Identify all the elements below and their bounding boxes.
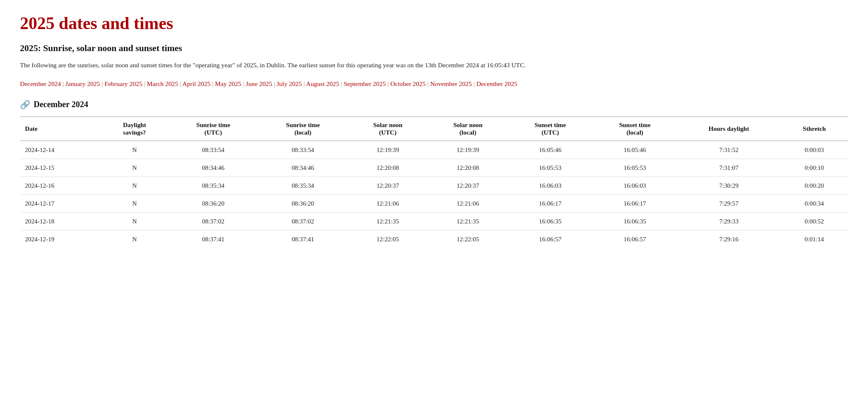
table-cell: 16:06:57 (508, 230, 593, 248)
table-cell: 08:37:02 (168, 212, 258, 230)
table-cell: 16:06:17 (593, 194, 677, 212)
table-cell: 7:29:57 (677, 194, 781, 212)
table-cell: 12:20:37 (348, 177, 428, 194)
page-title: 2025 dates and times (20, 13, 848, 33)
table-cell: 08:37:41 (258, 230, 348, 248)
table-cell: 16:05:53 (593, 159, 677, 177)
link-icon: 🔗 (20, 100, 30, 110)
table-header-cell: Solar noon (local) (428, 117, 508, 141)
table-row: 2024-12-18N08:37:0208:37:0212:21:3512:21… (20, 212, 848, 230)
table-header-cell: Sunset time (UTC) (508, 117, 593, 141)
month-navigation: December 2024 | January 2025 | February … (20, 78, 848, 90)
table-cell: 7:29:33 (677, 212, 781, 230)
table-cell: N (101, 230, 168, 248)
table-cell: 7:30:29 (677, 177, 781, 194)
table-cell: 0:00:52 (780, 212, 848, 230)
table-cell: 16:05:53 (508, 159, 593, 177)
table-header-cell: Sunrise time (local) (258, 117, 348, 141)
table-cell: 08:36:20 (258, 194, 348, 212)
table-cell: 08:34:46 (258, 159, 348, 177)
table-header-cell: Sunrise time (UTC) (168, 117, 258, 141)
table-cell: 08:33:54 (258, 141, 348, 159)
table-cell: 08:35:34 (168, 177, 258, 194)
table-cell: 08:36:20 (168, 194, 258, 212)
table-row: 2024-12-16N08:35:3408:35:3412:20:3712:20… (20, 177, 848, 194)
table-cell: 2024-12-14 (20, 141, 101, 159)
table-cell: 08:35:34 (258, 177, 348, 194)
table-cell: 7:31:52 (677, 141, 781, 159)
table-row: 2024-12-15N08:34:4608:34:4612:20:0812:20… (20, 159, 848, 177)
december-section-header: 🔗 December 2024 (20, 100, 848, 110)
table-cell: 12:22:05 (428, 230, 508, 248)
table-cell: 0:00:34 (780, 194, 848, 212)
table-body: 2024-12-14N08:33:5408:33:5412:19:3912:19… (20, 141, 848, 248)
table-header-cell: Hours daylight (677, 117, 781, 141)
table-header-cell: Solar noon (UTC) (348, 117, 428, 141)
table-row: 2024-12-19N08:37:4108:37:4112:22:0512:22… (20, 230, 848, 248)
table-cell: 12:20:08 (428, 159, 508, 177)
table-cell: 12:21:35 (348, 212, 428, 230)
section-title: December 2024 (34, 100, 88, 109)
table-header-row: DateDaylightsavings?Sunrise time (UTC)Su… (20, 117, 848, 141)
table-cell: 12:21:35 (428, 212, 508, 230)
table-cell: 12:19:39 (348, 141, 428, 159)
description-text: The following are the sunrises, solar no… (20, 60, 848, 71)
table-cell: 08:37:41 (168, 230, 258, 248)
table-cell: 16:06:57 (593, 230, 677, 248)
table-cell: 2024-12-17 (20, 194, 101, 212)
table-row: 2024-12-14N08:33:5408:33:5412:19:3912:19… (20, 141, 848, 159)
table-cell: 16:06:17 (508, 194, 593, 212)
table-cell: N (101, 212, 168, 230)
table-header: DateDaylightsavings?Sunrise time (UTC)Su… (20, 117, 848, 141)
table-cell: 12:21:06 (348, 194, 428, 212)
table-cell: 16:06:35 (593, 212, 677, 230)
table-header-cell: Sthretch (780, 117, 848, 141)
table-cell: 2024-12-15 (20, 159, 101, 177)
table-cell: 7:29:16 (677, 230, 781, 248)
table-cell: 16:06:03 (508, 177, 593, 194)
table-cell: 0:00:03 (780, 141, 848, 159)
table-cell: 0:00:10 (780, 159, 848, 177)
table-cell: 16:05:46 (508, 141, 593, 159)
table-cell: 2024-12-16 (20, 177, 101, 194)
table-cell: 16:05:46 (593, 141, 677, 159)
table-cell: 12:22:05 (348, 230, 428, 248)
table-cell: 2024-12-19 (20, 230, 101, 248)
table-cell: 12:20:08 (348, 159, 428, 177)
table-cell: 16:06:03 (593, 177, 677, 194)
table-cell: 12:19:39 (428, 141, 508, 159)
table-cell: 12:21:06 (428, 194, 508, 212)
table-cell: 08:34:46 (168, 159, 258, 177)
sunrise-table: DateDaylightsavings?Sunrise time (UTC)Su… (20, 116, 848, 248)
table-cell: 12:20:37 (428, 177, 508, 194)
table-header-cell: Date (20, 117, 101, 141)
table-cell: N (101, 194, 168, 212)
table-header-cell: Sunset time (local) (593, 117, 677, 141)
table-cell: 0:01:14 (780, 230, 848, 248)
table-cell: N (101, 159, 168, 177)
table-row: 2024-12-17N08:36:2008:36:2012:21:0612:21… (20, 194, 848, 212)
table-cell: 08:33:54 (168, 141, 258, 159)
table-cell: 0:00:20 (780, 177, 848, 194)
table-header-cell: Daylightsavings? (101, 117, 168, 141)
table-cell: 7:31:07 (677, 159, 781, 177)
table-cell: 16:06:35 (508, 212, 593, 230)
table-cell: 2024-12-18 (20, 212, 101, 230)
table-cell: N (101, 177, 168, 194)
table-cell: 08:37:02 (258, 212, 348, 230)
table-cell: N (101, 141, 168, 159)
section-subtitle: 2025: Sunrise, solar noon and sunset tim… (20, 43, 848, 54)
